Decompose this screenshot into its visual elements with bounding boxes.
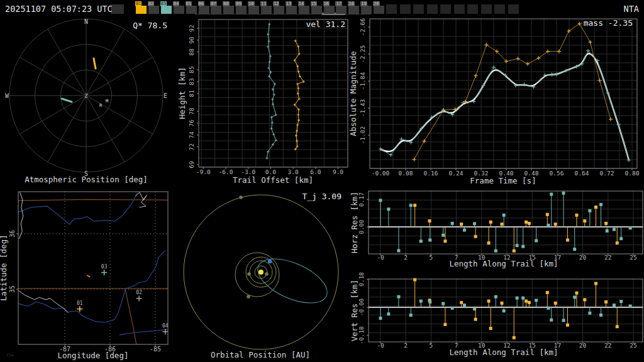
panel-annotation: T_j 3.09 [302, 192, 341, 201]
thumbnail-image [324, 6, 335, 14]
y-tick-label: 90 [188, 36, 195, 44]
planet-dot [239, 195, 243, 199]
panel-horizontal-residuals: -0257101215172022250.170.00Length Along … [350, 191, 643, 268]
x-tick-label: -85 [150, 346, 161, 353]
thumbnail-image [386, 4, 397, 14]
thumbnail-number: 08 [223, 1, 229, 6]
thumbnail-image [361, 6, 372, 14]
y-axis-label: Vert Res [km] [350, 280, 359, 341]
sun-dot [258, 270, 264, 275]
compass-east: E [164, 92, 167, 99]
residual-stem-01 [554, 302, 557, 307]
thumbnail-image [374, 6, 384, 14]
residual-stem-01 [528, 222, 531, 227]
station-marker-04: 04 [162, 323, 169, 335]
light-curve-series-03 [379, 49, 631, 162]
thumbnail-image [223, 6, 234, 14]
thumbnail-number: 15 [311, 1, 317, 6]
station-label: 04 [162, 323, 169, 329]
residual-stem-01 [428, 219, 431, 227]
earth-dot [268, 260, 272, 263]
y-axis-label: Height [km] [177, 67, 187, 119]
panel-annotation: mass -2.35 [584, 18, 633, 28]
y-tick-label: -2.66 [359, 18, 366, 36]
x-tick-label: 0.24 [449, 170, 464, 177]
y-axis-label: Horz Res [km] [350, 192, 359, 253]
thumbnail-image [336, 6, 347, 14]
thumbnail-image [413, 4, 424, 14]
panel-annotation: vel 31.2 [306, 19, 345, 29]
residual-stem-03 [419, 227, 423, 243]
station-code: NTA [624, 4, 639, 14]
thumbnail-image [427, 4, 438, 14]
residual-stem-01 [513, 227, 516, 253]
residual-stem-01 [460, 301, 463, 307]
meteor-track-03 [62, 99, 72, 102]
panel-orbital-position: T_j 3.09Orbital Position [AU] [184, 192, 341, 359]
state-border [125, 288, 136, 344]
panel-trail-offset: -9.0-6.0-3.00.03.06.09.06972747678818385… [177, 19, 348, 185]
thumbnail-image [508, 4, 519, 14]
planet-dot [247, 272, 251, 276]
thumbnail-number: 01 [135, 1, 142, 6]
ground-track [87, 275, 90, 277]
y-tick-label: 74 [188, 131, 195, 139]
thumbnail-number: 13 [286, 1, 292, 6]
x-tick-label: -6.0 [219, 168, 233, 175]
thumbnail-number: 17 [335, 1, 341, 6]
thumbnail-image [174, 6, 184, 14]
panel-vertical-residuals: -0257101215172022250.18-0.00-0.18Length … [350, 272, 643, 357]
x-tick-label: 20 [579, 254, 587, 261]
residual-stem-03 [547, 307, 550, 310]
planet-dot [247, 295, 250, 299]
residual-stem-01 [566, 307, 569, 327]
residual-stem-01 [575, 214, 578, 227]
panel-title: Orbital Position [AU] [211, 350, 310, 359]
residual-stem-03 [379, 307, 382, 320]
x-tick-label: 0.72 [600, 170, 614, 177]
residual-stem-01 [546, 291, 549, 307]
y-tick-label: 88 [188, 48, 195, 56]
meteor-track-01 [94, 58, 96, 69]
panel-title: Atmospheric Position [deg] [25, 175, 148, 184]
residual-stem-03 [463, 304, 466, 307]
thumbnail-image [111, 4, 124, 14]
panel-ground-map: 01020304-87-86-853635Longitude [deg]Lati… [0, 192, 169, 360]
residual-stem-03 [613, 304, 616, 307]
residual-stem-01 [604, 222, 608, 227]
compass-west: W [5, 92, 9, 99]
river [119, 329, 168, 335]
residual-stem-03 [613, 227, 616, 231]
light-curve-series-01 [413, 22, 613, 162]
thumbnail-number: 05 [186, 1, 192, 6]
thumbnail-image [186, 6, 197, 14]
y-tick-label: 72 [188, 143, 195, 150]
station-marker-02: 02 [136, 290, 142, 302]
residual-stem-03 [409, 307, 413, 317]
station-marker-01: 01 [77, 300, 83, 312]
thumbnail-image [400, 4, 411, 14]
x-axis-label: Length Along Trail [km] [449, 259, 558, 268]
thumbnail-image [454, 4, 465, 14]
thumbnail-image [248, 6, 259, 14]
x-tick-label: 5 [430, 254, 433, 261]
y-tick-label: 92 [188, 25, 195, 31]
plots-canvas: NSEWZRMQ* 78.5Atmospheric Position [deg]… [0, 0, 644, 362]
panel-annotation: Q* 78.5 [133, 21, 167, 30]
x-tick-label: 0.08 [399, 170, 413, 177]
y-tick-label: 35 [9, 285, 16, 293]
y-axis-label: Latitude [deg] [0, 234, 8, 300]
residual-stem-01 [554, 222, 557, 227]
thumbnail-image [236, 6, 247, 14]
thumbnail-image [299, 6, 309, 14]
residual-stem-01 [500, 222, 503, 227]
thumbnail-image [161, 6, 172, 14]
x-tick-label: -0 [377, 342, 384, 349]
x-tick-label: 6.0 [310, 168, 321, 175]
thumbnail-image [467, 4, 478, 14]
x-tick-label: 3.0 [288, 168, 299, 175]
radiant-marker-M: M [106, 99, 108, 104]
thumbnail-image [136, 6, 147, 14]
trail-series-03 [265, 23, 277, 159]
residual-stem-03 [599, 203, 602, 227]
